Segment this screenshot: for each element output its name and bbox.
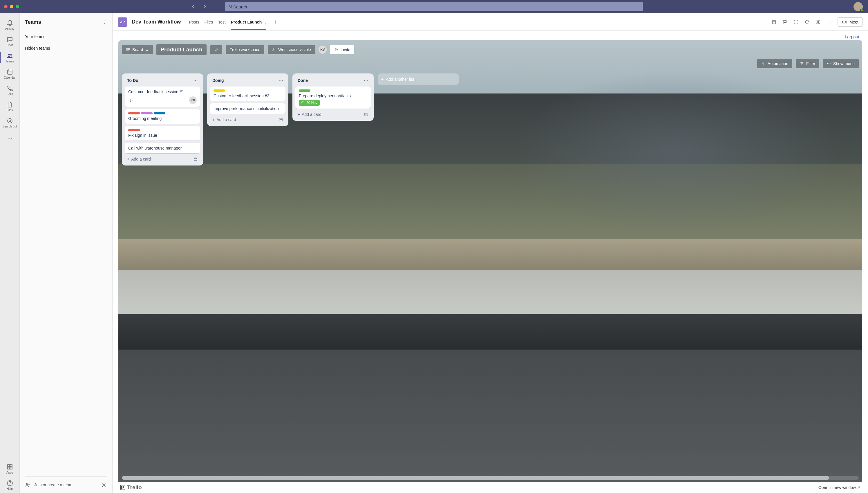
board-member-avatar[interactable]: KV (319, 46, 327, 54)
add-card-button[interactable]: +Add a card (298, 112, 321, 117)
card[interactable]: Grooming meeting (125, 109, 200, 124)
reload-icon[interactable] (804, 19, 810, 25)
automation-button[interactable]: Automation (757, 59, 792, 68)
gear-icon[interactable] (101, 482, 107, 488)
filter-icon[interactable] (102, 19, 107, 25)
minimize-window-icon[interactable] (10, 5, 13, 8)
board-view-switcher[interactable]: Board ⌄ (122, 45, 153, 54)
forward-icon[interactable] (202, 4, 208, 9)
template-icon[interactable] (364, 112, 368, 117)
tab-label: Product Launch (231, 20, 262, 24)
rail-calls[interactable]: Calls (0, 82, 19, 98)
trello-board: Board ⌄ Product Launch Trello workspace … (118, 40, 862, 482)
rail-files[interactable]: Files (0, 98, 19, 114)
open-new-window-link[interactable]: Open in new window ↗ (818, 485, 861, 490)
label-green (299, 89, 311, 92)
list-title[interactable]: Doing (212, 78, 224, 83)
people-icon (272, 48, 276, 52)
add-card-button[interactable]: +Add a card (212, 117, 236, 122)
add-list-button[interactable]: + Add another list (378, 73, 459, 85)
lists-container: To Do ⋯ Customer feedback session #1 KV (118, 71, 862, 476)
rail-chat[interactable]: Chat (0, 33, 19, 49)
rail-label: Help (7, 487, 13, 490)
tab-test[interactable]: Test (218, 15, 226, 29)
invite-button[interactable]: Invite (330, 45, 354, 54)
workspace-button[interactable]: Trello workspace (226, 45, 264, 54)
maximize-window-icon[interactable] (16, 5, 19, 8)
search-input[interactable] (233, 4, 639, 9)
list-title[interactable]: Done (298, 78, 308, 83)
rail-more[interactable] (0, 131, 19, 147)
filter-button[interactable]: Filter (796, 59, 819, 68)
template-icon[interactable] (193, 157, 198, 162)
add-list-label: Add another list (386, 77, 414, 82)
visibility-button[interactable]: Workspace visible (268, 45, 315, 54)
team-section-hidden-teams[interactable]: Hidden teams (20, 42, 112, 54)
conversation-icon[interactable] (782, 19, 787, 25)
profile-avatar[interactable] (853, 2, 863, 11)
list-title[interactable]: To Do (127, 78, 138, 83)
label-red (128, 129, 140, 131)
save-tab-icon[interactable] (771, 19, 777, 25)
list-menu-icon[interactable]: ⋯ (278, 78, 283, 83)
rail-help[interactable]: Help (0, 477, 19, 493)
svg-rect-28 (194, 158, 197, 160)
rail-label: Chat (7, 44, 13, 47)
rail-activity[interactable]: Activity (0, 17, 19, 33)
rail-teams[interactable]: Teams (0, 49, 19, 66)
bolt-icon (761, 62, 765, 66)
rail-search-bot[interactable]: Search Bot (0, 114, 19, 131)
svg-rect-10 (10, 465, 12, 467)
board-name[interactable]: Product Launch (156, 44, 207, 55)
rail-label: Apps (6, 471, 13, 474)
card[interactable]: Prepare deployment artifacts 20 Nov (295, 87, 371, 109)
card-member-avatar[interactable]: KV (189, 97, 197, 104)
open-new-label: Open in new window (818, 485, 856, 490)
list-menu-icon[interactable]: ⋯ (193, 78, 198, 83)
svg-rect-9 (7, 465, 9, 467)
card[interactable]: Customer feedback session #2 (210, 87, 285, 101)
label-purple (141, 112, 153, 114)
globe-icon[interactable] (816, 19, 821, 25)
more-icon[interactable] (826, 19, 832, 25)
chevron-down-icon: ⌄ (264, 21, 266, 24)
team-section-your-teams[interactable]: Your teams (20, 31, 112, 42)
card[interactable]: Customer feedback session #1 KV (125, 87, 200, 107)
plus-icon: + (381, 77, 384, 82)
board-horizontal-scrollbar[interactable] (122, 476, 859, 480)
logout-link[interactable]: Log out (845, 34, 859, 39)
svg-point-7 (9, 138, 10, 140)
trello-brand: Trello (120, 484, 142, 491)
add-card-label: Add a card (302, 112, 321, 117)
due-date-text: 20 Nov (306, 101, 317, 105)
card[interactable]: Fix sign in issue (125, 126, 200, 141)
expand-icon[interactable] (794, 19, 799, 25)
add-card-label: Add a card (216, 117, 236, 122)
list-menu-icon[interactable]: ⋯ (364, 78, 368, 83)
star-board-button[interactable] (210, 45, 222, 54)
tab-product-launch[interactable]: Product Launch ⌄ (231, 15, 266, 29)
svg-point-8 (11, 138, 12, 140)
global-search[interactable] (225, 2, 643, 11)
channel-title: Dev Team Workflow (132, 19, 181, 25)
card[interactable]: Improve performance of initialization (210, 103, 285, 114)
rail-calendar[interactable]: Calendar (0, 66, 19, 82)
plus-icon (273, 19, 278, 25)
tab-files[interactable]: Files (204, 15, 213, 29)
rail-apps[interactable]: Apps (0, 460, 19, 477)
meet-button[interactable]: Meet (838, 17, 863, 27)
target-icon (6, 117, 13, 124)
close-window-icon[interactable] (4, 5, 7, 8)
add-card-button[interactable]: +Add a card (127, 157, 151, 162)
card[interactable]: Call with warehouse manager (125, 143, 200, 153)
card-title: Call with warehouse manager (128, 146, 197, 150)
visibility-label: Workspace visible (278, 47, 311, 52)
tab-posts[interactable]: Posts (189, 15, 199, 29)
scrollbar-thumb[interactable] (122, 476, 829, 480)
add-tab-button[interactable] (271, 18, 280, 26)
back-icon[interactable] (190, 4, 196, 9)
view-label: Board (132, 47, 143, 52)
template-icon[interactable] (278, 117, 283, 122)
show-menu-button[interactable]: ⋯ Show menu (823, 59, 859, 68)
join-create-team[interactable]: Join or create a team (25, 476, 107, 493)
